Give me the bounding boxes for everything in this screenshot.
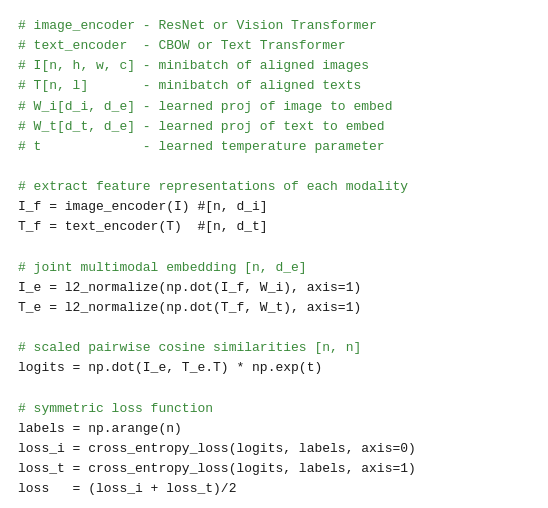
comment-line: # W_i[d_i, d_e] - learned proj of image … (18, 97, 530, 117)
comment-line: # image_encoder - ResNet or Vision Trans… (18, 16, 530, 36)
code-line: labels = np.arange(n) (18, 419, 530, 439)
comment-line: # joint multimodal embedding [n, d_e] (18, 258, 530, 278)
code-line: I_e = l2_normalize(np.dot(I_f, W_i), axi… (18, 278, 530, 298)
code-line: loss_t = cross_entropy_loss(logits, labe… (18, 459, 530, 479)
empty-line (18, 238, 530, 258)
comment-line: # symmetric loss function (18, 399, 530, 419)
comment-line: # extract feature representations of eac… (18, 177, 530, 197)
comment-line: # I[n, h, w, c] - minibatch of aligned i… (18, 56, 530, 76)
code-line: I_f = image_encoder(I) #[n, d_i] (18, 197, 530, 217)
comment-line: # T[n, l] - minibatch of aligned texts (18, 76, 530, 96)
code-line: loss = (loss_i + loss_t)/2 (18, 479, 530, 499)
empty-line (18, 318, 530, 338)
comment-line: # W_t[d_t, d_e] - learned proj of text t… (18, 117, 530, 137)
code-line: logits = np.dot(I_e, T_e.T) * np.exp(t) (18, 358, 530, 378)
empty-line (18, 379, 530, 399)
code-block: # image_encoder - ResNet or Vision Trans… (0, 0, 548, 508)
code-line: loss_i = cross_entropy_loss(logits, labe… (18, 439, 530, 459)
empty-line (18, 157, 530, 177)
code-line: T_e = l2_normalize(np.dot(T_f, W_t), axi… (18, 298, 530, 318)
code-line: T_f = text_encoder(T) #[n, d_t] (18, 217, 530, 237)
comment-line: # t - learned temperature parameter (18, 137, 530, 157)
comment-line: # scaled pairwise cosine similarities [n… (18, 338, 530, 358)
comment-line: # text_encoder - CBOW or Text Transforme… (18, 36, 530, 56)
